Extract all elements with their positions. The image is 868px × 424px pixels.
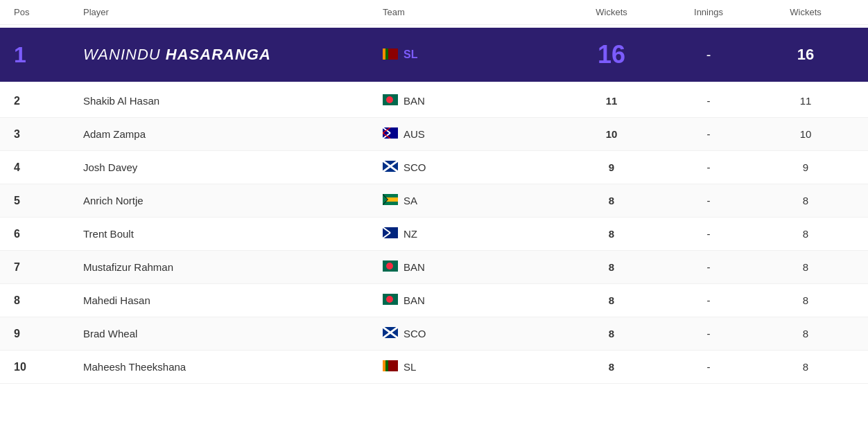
table-header: Pos Player Team Wickets Innings Wickets	[0, 0, 868, 25]
row-wickets: 9	[563, 161, 660, 173]
row-pos: 6	[14, 228, 83, 240]
table-row: 8 Mahedi Hasan BAN 8 - 8	[0, 284, 868, 317]
row-wickets2: 11	[757, 95, 854, 107]
row-pos: 7	[14, 261, 83, 274]
row-innings: -	[660, 328, 757, 339]
row-innings: -	[660, 294, 757, 306]
row-player: Mustafizur Rahman	[83, 261, 383, 273]
row-team-cell: SA	[383, 194, 563, 207]
table-row: 10 Maheesh Theekshana SL 8 - 8	[0, 351, 868, 384]
row-team: SCO	[403, 161, 426, 173]
row-innings: -	[660, 361, 757, 373]
row-team-cell: BAN	[383, 94, 563, 107]
svg-point-22	[386, 263, 393, 270]
row-innings: -	[660, 228, 757, 240]
featured-player-name: WANINDU HASARANGA	[83, 46, 383, 64]
row-wickets2: 10	[757, 128, 854, 140]
row-wickets2: 9	[757, 161, 854, 173]
row-team: AUS	[403, 128, 425, 140]
row-team-cell: SL	[383, 360, 563, 373]
row-team: SA	[403, 195, 417, 206]
row-player: Maheesh Theekshana	[83, 361, 383, 373]
rows-container: 2 Shakib Al Hasan BAN 11 - 11 3 Adam Zam…	[0, 85, 868, 384]
row-team-cell: NZ	[383, 227, 563, 240]
featured-team: SL	[403, 48, 417, 61]
row-pos: 9	[14, 328, 83, 340]
row-wickets: 8	[563, 261, 660, 273]
table-row: 4 Josh Davey SCO 9 - 9	[0, 151, 868, 184]
header-pos: Pos	[14, 7, 83, 17]
table-row: 7 Mustafizur Rahman BAN 8 - 8	[0, 251, 868, 284]
row-wickets: 10	[563, 128, 660, 140]
row-flag	[383, 94, 398, 107]
row-pos: 2	[14, 95, 83, 107]
header-innings: Innings	[660, 7, 757, 17]
table-row: 3 Adam Zampa AUS 10 - 10	[0, 118, 868, 151]
row-flag	[383, 161, 398, 174]
row-wickets: 8	[563, 328, 660, 339]
row-wickets: 8	[563, 228, 660, 240]
row-player: Trent Boult	[83, 228, 383, 240]
row-wickets2: 8	[757, 361, 854, 373]
row-wickets2: 8	[757, 195, 854, 206]
row-player: Brad Wheal	[83, 328, 383, 339]
row-player: Shakib Al Hasan	[83, 95, 383, 107]
row-flag	[383, 127, 398, 141]
featured-team-cell: SL	[383, 48, 563, 62]
row-wickets: 11	[563, 95, 660, 107]
row-innings: -	[660, 95, 757, 107]
row-flag	[383, 260, 398, 274]
row-wickets2: 8	[757, 328, 854, 339]
row-player: Anrich Nortje	[83, 195, 383, 206]
row-team-cell: SCO	[383, 327, 563, 340]
row-team-cell: BAN	[383, 294, 563, 307]
table-row: 9 Brad Wheal SCO 8 - 8	[0, 317, 868, 351]
row-flag	[383, 360, 398, 373]
rankings-table: Pos Player Team Wickets Innings Wickets …	[0, 0, 868, 424]
table-row: 6 Trent Boult NZ 8 - 8	[0, 218, 868, 251]
row-team: BAN	[403, 294, 425, 306]
row-innings: -	[660, 161, 757, 173]
row-team: SCO	[403, 328, 426, 339]
row-innings: -	[660, 128, 757, 140]
featured-last-name: HASARANGA	[166, 46, 271, 63]
svg-rect-1	[383, 48, 385, 60]
row-team-cell: SCO	[383, 161, 563, 174]
featured-innings: -	[660, 47, 757, 63]
row-flag	[383, 227, 398, 240]
row-wickets2: 8	[757, 228, 854, 240]
row-pos: 3	[14, 128, 83, 141]
row-wickets: 8	[563, 294, 660, 306]
row-wickets2: 8	[757, 294, 854, 306]
row-team-cell: AUS	[383, 127, 563, 141]
row-wickets: 8	[563, 361, 660, 373]
row-innings: -	[660, 261, 757, 273]
row-team-cell: BAN	[383, 260, 563, 274]
header-team: Team	[383, 7, 563, 17]
table-row: 5 Anrich Nortje SA 8 - 8	[0, 184, 868, 218]
featured-wickets: 16	[563, 40, 660, 69]
row-pos: 8	[14, 294, 83, 307]
featured-first-name: WANINDU	[83, 46, 166, 63]
row-flag	[383, 294, 398, 307]
row-pos: 4	[14, 161, 83, 174]
table-row: 2 Shakib Al Hasan BAN 11 - 11	[0, 85, 868, 118]
row-team: BAN	[403, 95, 425, 107]
svg-rect-2	[385, 48, 388, 60]
header-wickets2: Wickets	[757, 7, 854, 17]
row-wickets: 8	[563, 195, 660, 206]
row-player: Josh Davey	[83, 161, 383, 173]
row-flag	[383, 194, 398, 207]
row-team: SL	[403, 361, 416, 373]
header-wickets: Wickets	[563, 7, 660, 17]
row-pos: 10	[14, 361, 83, 373]
row-team: NZ	[403, 228, 417, 240]
svg-rect-29	[383, 360, 385, 371]
svg-point-24	[386, 296, 393, 303]
featured-flag	[383, 48, 398, 62]
svg-point-5	[386, 96, 393, 103]
svg-rect-30	[385, 360, 388, 371]
row-team: BAN	[403, 261, 425, 273]
row-pos: 5	[14, 195, 83, 207]
featured-row: 1 WANINDU HASARANGA SL 16 - 16	[0, 28, 868, 82]
